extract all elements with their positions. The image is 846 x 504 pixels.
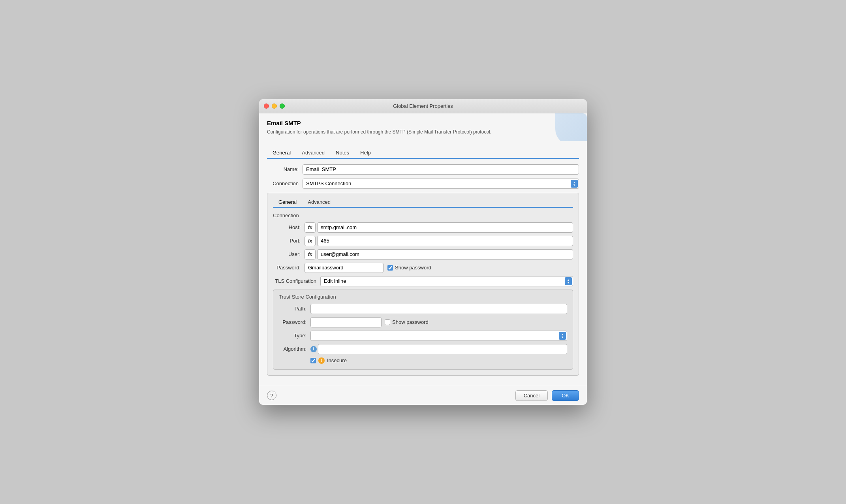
- connection-label: Connection: [267, 181, 303, 186]
- traffic-lights: [264, 103, 285, 109]
- user-input[interactable]: [317, 249, 573, 260]
- trust-store-panel: Trust Store Configuration Path: Password…: [273, 290, 573, 370]
- ts-path-label: Path:: [279, 306, 310, 312]
- tab-advanced[interactable]: Advanced: [296, 147, 330, 158]
- connection-row: Connection SMTPS Connection ▲ ▼: [267, 179, 579, 189]
- password-label: Password:: [273, 265, 305, 271]
- trust-store-title: Trust Store Configuration: [279, 294, 567, 300]
- ts-type-select[interactable]: [310, 331, 567, 341]
- ts-show-password-label[interactable]: Show password: [385, 319, 429, 325]
- insecure-checkbox[interactable]: [310, 358, 316, 363]
- ts-path-input[interactable]: [310, 304, 567, 314]
- ts-show-password-checkbox[interactable]: [385, 320, 390, 325]
- host-label: Host:: [273, 224, 305, 230]
- algo-input[interactable]: [318, 344, 567, 354]
- connection-select[interactable]: SMTPS Connection: [303, 179, 579, 189]
- show-password-text: Show password: [395, 265, 431, 271]
- show-password-checkbox[interactable]: [387, 265, 393, 271]
- maximize-button[interactable]: [280, 103, 285, 109]
- algo-row: Algorithm: i: [279, 344, 567, 354]
- window-title: Global Element Properties: [393, 103, 453, 109]
- algo-label: Algorithm:: [279, 346, 310, 352]
- ts-type-select-wrapper: ▲ ▼: [310, 331, 567, 341]
- inner-tab-bar: General Advanced: [273, 197, 573, 208]
- cancel-button[interactable]: Cancel: [515, 390, 548, 401]
- port-fx-button[interactable]: fx: [305, 236, 316, 246]
- app-description: Configuration for operations that are pe…: [267, 129, 579, 135]
- tls-label: TLS Configuration: [273, 278, 320, 284]
- close-button[interactable]: [264, 103, 269, 109]
- titlebar: Global Element Properties: [259, 99, 587, 113]
- warning-icon: !: [318, 357, 325, 364]
- tab-notes[interactable]: Notes: [330, 147, 355, 158]
- port-input[interactable]: [317, 236, 573, 246]
- decorative-watermark: [555, 113, 587, 141]
- inner-panel: General Advanced Connection Host: fx Por…: [267, 193, 579, 376]
- port-row: Port: fx: [273, 236, 573, 246]
- ok-button[interactable]: OK: [552, 390, 579, 401]
- connection-select-wrapper: SMTPS Connection ▲ ▼: [303, 179, 579, 189]
- user-row: User: fx: [273, 249, 573, 260]
- ts-password-label: Password:: [279, 319, 310, 325]
- ts-password-row: Password: Show password: [279, 317, 567, 327]
- host-row: Host: fx: [273, 222, 573, 233]
- name-input[interactable]: [303, 164, 579, 175]
- tab-general[interactable]: General: [267, 147, 296, 158]
- tls-row: TLS Configuration Edit inline ▲ ▼: [273, 276, 573, 286]
- password-row: Password: Show password: [273, 263, 573, 273]
- tls-select[interactable]: Edit inline: [320, 276, 573, 286]
- inner-tab-advanced[interactable]: Advanced: [302, 197, 336, 207]
- insecure-row: ! Insecure: [310, 357, 567, 364]
- header-area: Email SMTP Configuration for operations …: [259, 113, 587, 141]
- host-fx-button[interactable]: fx: [305, 222, 316, 233]
- top-tab-bar: General Advanced Notes Help: [267, 147, 579, 159]
- name-label: Name:: [267, 166, 303, 172]
- bottom-bar: ? Cancel OK: [259, 386, 587, 405]
- ts-path-row: Path:: [279, 304, 567, 314]
- connection-section-title: Connection: [273, 213, 573, 218]
- insecure-label: Insecure: [327, 357, 347, 363]
- user-label: User:: [273, 251, 305, 257]
- ts-password-input[interactable]: [310, 317, 382, 327]
- ts-type-row: Type: ▲ ▼: [279, 331, 567, 341]
- show-password-label[interactable]: Show password: [387, 265, 431, 271]
- ts-type-label: Type:: [279, 333, 310, 339]
- name-row: Name:: [267, 164, 579, 175]
- algo-info-icon: i: [310, 346, 317, 352]
- tls-select-wrapper: Edit inline ▲ ▼: [320, 276, 573, 286]
- tab-help[interactable]: Help: [355, 147, 376, 158]
- port-label: Port:: [273, 238, 305, 244]
- minimize-button[interactable]: [272, 103, 277, 109]
- main-window: Global Element Properties Email SMTP Con…: [259, 99, 587, 405]
- inner-tab-general[interactable]: General: [273, 197, 302, 207]
- host-input[interactable]: [317, 222, 573, 233]
- window-content: General Advanced Notes Help Name: Connec…: [259, 141, 587, 386]
- user-fx-button[interactable]: fx: [305, 249, 316, 260]
- ts-show-password-text: Show password: [392, 319, 429, 325]
- app-title: Email SMTP: [267, 120, 579, 126]
- help-button[interactable]: ?: [267, 391, 276, 400]
- password-input[interactable]: [305, 263, 384, 273]
